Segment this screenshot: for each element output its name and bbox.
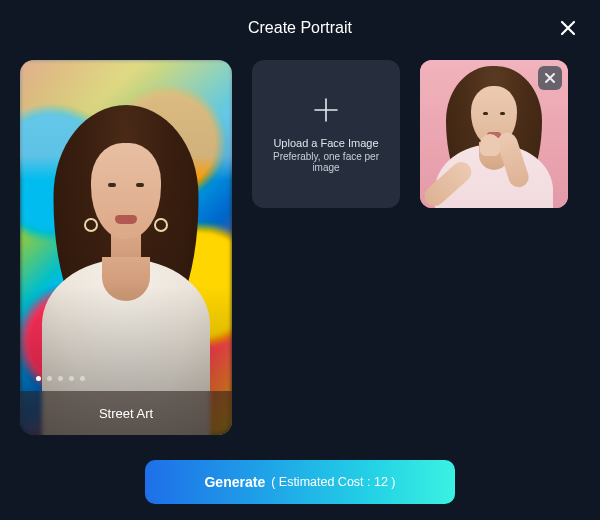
dialog-content: Street Art Upload a Face Image Preferabl… — [0, 56, 600, 435]
carousel-dot[interactable] — [80, 376, 85, 381]
carousel-dot[interactable] — [69, 376, 74, 381]
remove-upload-button[interactable] — [538, 66, 562, 90]
generate-label: Generate — [204, 474, 265, 490]
generate-button[interactable]: Generate ( Estimated Cost : 12 ) — [145, 460, 455, 504]
uploaded-face-thumbnail[interactable] — [420, 60, 568, 208]
style-preview-card[interactable]: Street Art — [20, 60, 232, 435]
dialog-title: Create Portrait — [248, 19, 352, 37]
style-caption-text: Street Art — [99, 406, 153, 421]
upload-dropzone[interactable]: Upload a Face Image Preferably, one face… — [252, 60, 400, 208]
carousel-dot[interactable] — [36, 376, 41, 381]
close-icon — [559, 19, 577, 37]
dialog-header: Create Portrait — [0, 0, 600, 56]
generate-cost: ( Estimated Cost : 12 ) — [271, 475, 395, 489]
remove-icon — [544, 72, 556, 84]
carousel-dots — [36, 376, 85, 381]
plus-icon — [311, 95, 341, 129]
upload-subtitle: Preferably, one face per image — [264, 151, 388, 173]
carousel-dot[interactable] — [47, 376, 52, 381]
carousel-dot[interactable] — [58, 376, 63, 381]
close-button[interactable] — [554, 14, 582, 42]
style-caption: Street Art — [20, 391, 232, 435]
upload-column: Upload a Face Image Preferably, one face… — [252, 60, 568, 435]
upload-title: Upload a Face Image — [273, 137, 378, 149]
